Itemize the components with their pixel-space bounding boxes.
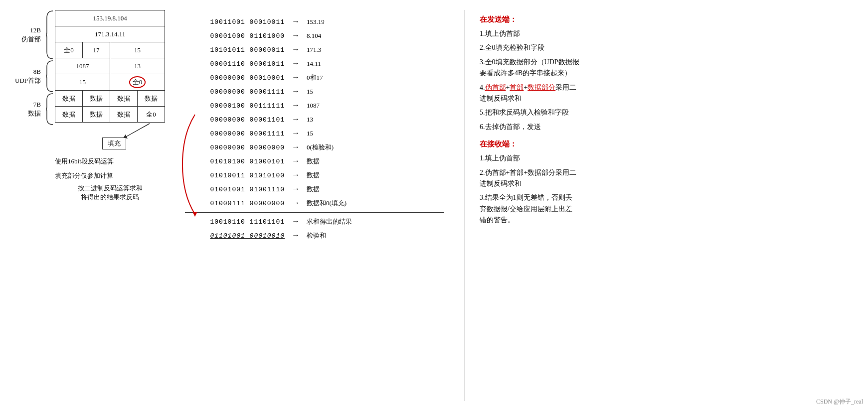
label-12b-line2: 伪首部 [21, 35, 41, 44]
binary-code: 00000100 00111111 [185, 102, 285, 110]
table-row: 153.19.8.104 [55, 10, 165, 26]
zero-cell: 全0 [55, 42, 83, 58]
binary-label: 153.19 [307, 18, 366, 26]
binary-code: 00001000 01101000 [185, 32, 285, 40]
arrow-symbol: → [290, 143, 302, 152]
binary-label: 0(检验和) [307, 143, 366, 152]
binary-label: 数据 [307, 157, 366, 166]
binary-rows-container: 10011001 00010011→153.1900001000 0110100… [185, 15, 444, 210]
binary-label: 数据 [307, 185, 366, 194]
data-cell-7: 数据 [110, 107, 138, 123]
binary-row: 00000000 00010001→0和17 [185, 71, 444, 85]
checksum-cell: 全0 [110, 74, 165, 91]
packet-table: 153.19.8.104 171.3.14.11 全0 17 15 1087 1… [55, 10, 165, 123]
sender-step-2: 2.全0填充检验和字段 [480, 42, 853, 53]
arrow-symbol: → [290, 171, 302, 180]
result-rows-container: 10010110 11101101→求和得出的结果01101001 000100… [185, 215, 444, 243]
result-arrow: → [290, 217, 302, 226]
receiver-step-3: 3.结果全为1则无差错，否则丢弃数据报/交给应用层附上出差错的警告。 [480, 192, 679, 226]
result-binary-label: 检验和 [307, 231, 366, 240]
label-12b-line1: 12B [30, 26, 41, 35]
binary-label: 13 [307, 116, 366, 124]
receiver-step-1: 1.填上伪首部 [480, 153, 853, 164]
binary-row: 00001000 01101000→8.104 [185, 29, 444, 43]
binary-code: 01000111 00000000 [185, 200, 285, 207]
label-7b-line1: 7B [33, 100, 41, 109]
binary-row: 00000000 00001111→15 [185, 85, 444, 99]
arrow-symbol: → [290, 45, 302, 54]
result-arrow: → [290, 231, 302, 240]
binary-label: 14.11 [307, 60, 366, 68]
data-cell-8: 全0 [138, 107, 165, 123]
binary-row: 00000100 00111111→1087 [185, 99, 444, 113]
sender-step-1: 1.填上伪首部 [480, 28, 853, 39]
binary-code: 00000000 00010001 [185, 74, 285, 82]
table-row: 1087 13 [55, 58, 165, 74]
arrow-symbol: → [290, 59, 302, 68]
receiver-step-2: 2.伪首部+首部+数据部分采用二进制反码求和 [480, 167, 669, 190]
udplen-cell: 15 [110, 42, 165, 58]
sender-title: 在发送端： [480, 15, 853, 24]
binary-code: 00000000 00001111 [185, 130, 285, 137]
binary-label: 8.104 [307, 32, 366, 40]
binary-row: 10101011 00000011→171.3 [185, 43, 444, 57]
length-cell: 15 [55, 74, 110, 91]
binary-label: 1087 [307, 102, 366, 110]
sender-step-4: 4.伪首部+首部+数据部分采用二进制反码求和 [480, 82, 669, 105]
watermark: CSDN @仲子_real [816, 398, 863, 406]
table-row: 171.3.14.11 [55, 26, 165, 42]
arrow-symbol: → [290, 185, 302, 194]
divider-line [185, 212, 444, 213]
sender-step-5: 5.把和求反码填入检验和字段 [480, 107, 853, 118]
binary-row: 01001001 01001110→数据 [185, 182, 444, 196]
brace-7b [45, 93, 54, 126]
binary-code: 01010100 01000101 [185, 158, 285, 165]
binary-label: 数据和0(填充) [307, 199, 366, 208]
desc-text-2: 填充部分仅参加计算 [55, 170, 113, 181]
table-row: 数据 数据 数据 全0 [55, 107, 165, 123]
ip1-cell: 153.19.8.104 [55, 10, 165, 26]
binary-code: 10011001 00010011 [185, 18, 285, 26]
right-section: 在发送端： 1.填上伪首部 2.全0填充检验和字段 3.全0填充数据部分（UDP… [464, 10, 853, 401]
calc-label-1: 按二进制反码运算求和 [78, 184, 143, 193]
brace-12b [45, 10, 54, 60]
arrow-symbol: → [290, 199, 302, 208]
binary-row: 01010011 01010100→数据 [185, 168, 444, 182]
arrow-symbol: → [290, 73, 302, 82]
binary-code: 01001001 01001110 [185, 186, 285, 193]
binary-label: 数据 [307, 171, 366, 180]
binary-row: 00000000 00000000→0(检验和) [185, 140, 444, 154]
brace-8b [45, 60, 54, 93]
binary-label: 15 [307, 88, 366, 96]
receiver-title: 在接收端： [480, 139, 853, 149]
result-binary-label: 求和得出的结果 [307, 217, 366, 226]
desc-text-1: 使用16bit段反码运算 [55, 155, 114, 167]
sender-step-6: 6.去掉伪首部，发送 [480, 122, 853, 133]
calc-label-2: 将得出的结果求反码 [81, 193, 139, 202]
dstport-cell: 13 [110, 58, 165, 74]
svg-line-0 [125, 124, 150, 137]
arrow-symbol: → [290, 115, 302, 124]
arrow-symbol: → [290, 129, 302, 138]
label-8b-line2: UDP首部 [15, 76, 41, 85]
data-cell-6: 数据 [83, 107, 110, 123]
fill-label: 填充 [102, 137, 126, 149]
arrow-symbol: → [290, 157, 302, 166]
binary-code: 00000000 00000000 [185, 144, 285, 151]
arrow-symbol: → [290, 101, 302, 110]
binary-row: 01010100 01000101→数据 [185, 154, 444, 168]
arrow-symbol: → [290, 17, 302, 26]
data-cell-4: 数据 [138, 91, 165, 107]
binary-code: 01010011 01010100 [185, 172, 285, 179]
ip2-cell: 171.3.14.11 [55, 26, 165, 42]
arrow-symbol: → [290, 31, 302, 40]
proto-cell: 17 [83, 42, 110, 58]
table-row: 数据 数据 数据 数据 [55, 91, 165, 107]
label-7b-line2: 数据 [28, 109, 41, 118]
data-cell-2: 数据 [83, 91, 110, 107]
binary-label: 0和17 [307, 73, 366, 82]
table-row: 全0 17 15 [55, 42, 165, 58]
binary-code: 00000000 00001111 [185, 88, 285, 96]
binary-row: 00000000 00001101→13 [185, 113, 444, 127]
sender-step-3: 3.全0填充数据部分（UDP数据报要看成许多4B的字串接起来） [480, 57, 669, 79]
